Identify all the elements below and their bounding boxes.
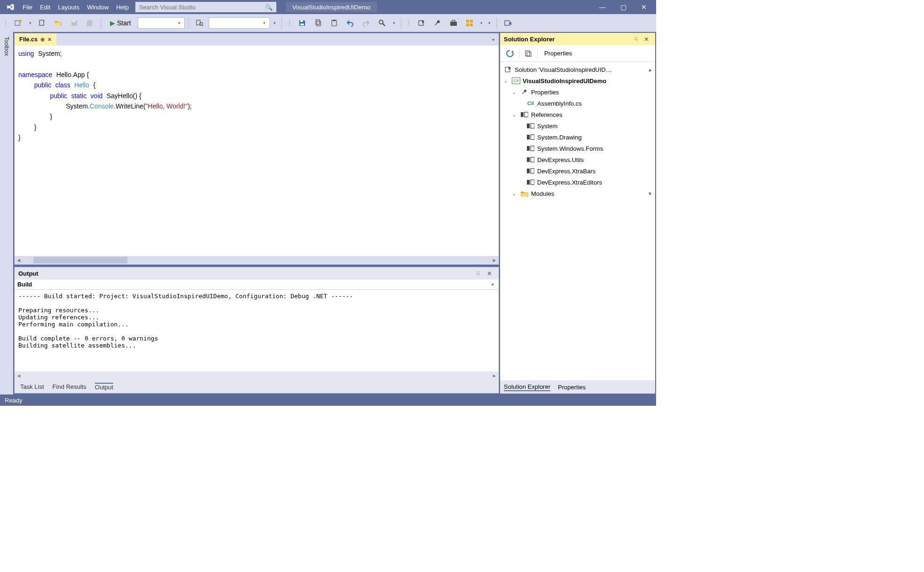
tree-reference-item[interactable]: DevExpress.Utils (500, 154, 655, 165)
output-text[interactable]: ------ Build started: Project: VisualStu… (15, 290, 499, 371)
svg-line-14 (383, 23, 385, 26)
start-button[interactable]: ▶Start (105, 16, 136, 30)
new-project-button[interactable] (11, 16, 25, 30)
code-editor: File.cs ⊕ ✕ ▾ using System; namespace He… (14, 33, 499, 265)
reference-icon (526, 168, 535, 174)
svg-rect-10 (317, 21, 321, 26)
svg-rect-40 (531, 169, 534, 173)
tree-reference-item[interactable]: System.Windows.Forms (500, 143, 655, 154)
minimize-button[interactable]: — (592, 0, 613, 14)
close-icon[interactable]: ✕ (484, 270, 495, 277)
svg-rect-3 (72, 20, 75, 22)
close-tab-icon[interactable]: ✕ (47, 37, 52, 43)
tree-reference-item[interactable]: System (500, 120, 655, 131)
reference-icon (526, 123, 535, 129)
save-button[interactable] (67, 16, 81, 30)
chevron-down-icon[interactable]: ⌄ (512, 191, 518, 196)
tree-modules[interactable]: ⌄ Modules ▼ (500, 188, 655, 199)
tree-reference-item[interactable]: DevExpress.XtraBars (500, 165, 655, 177)
tree-project[interactable]: ⌄ C# VisualStudioInspiredUIDemo (500, 75, 655, 86)
toolbox-button[interactable] (446, 16, 461, 30)
solution-tree[interactable]: Solution 'VisualStudioInspiredUID… ▲ ⌄ C… (500, 62, 655, 380)
side-tab-properties[interactable]: Properties (558, 384, 586, 391)
tree-reference-item[interactable]: System.Drawing (500, 131, 655, 143)
scroll-down-icon[interactable]: ▼ (648, 191, 655, 196)
export-button[interactable] (415, 16, 429, 30)
tab-output[interactable]: Output (95, 383, 113, 391)
refresh-button[interactable] (503, 46, 517, 61)
chevron-down-icon[interactable]: ⌄ (504, 78, 509, 84)
reference-icon (526, 179, 535, 185)
open-button[interactable] (51, 16, 65, 30)
copy-button[interactable] (311, 16, 325, 30)
menu-layouts[interactable]: Layouts (54, 4, 83, 11)
paste-button[interactable] (327, 16, 341, 30)
tree-reference-item[interactable]: DevExpress.XtraEditors (500, 177, 655, 188)
svg-rect-21 (470, 23, 473, 26)
config-dropdown[interactable]: ▾ (138, 17, 185, 29)
import-button[interactable] (501, 16, 515, 30)
pin-icon[interactable]: ⊕ (40, 37, 45, 43)
menu-window[interactable]: Window (83, 4, 112, 11)
scroll-right-icon[interactable]: ► (490, 371, 499, 380)
solution-explorer-title: Solution Explorer (504, 36, 555, 43)
platform-dropdown[interactable]: ▾ (209, 17, 270, 29)
output-h-scrollbar[interactable]: ◄ ► (15, 371, 499, 380)
tree-solution-root[interactable]: Solution 'VisualStudioInspiredUID… ▲ (500, 64, 655, 75)
layouts-button[interactable] (462, 16, 477, 30)
wrench-icon (520, 89, 529, 95)
maximize-button[interactable]: ▢ (613, 0, 634, 14)
search-icon: 🔍 (265, 4, 273, 11)
dropdown-caret-icon[interactable]: ▾ (490, 282, 496, 287)
csharp-file-icon: C# (526, 100, 535, 107)
tree-references[interactable]: ⌄ References (500, 109, 655, 120)
save-button-2[interactable] (295, 16, 309, 30)
properties-label[interactable]: Properties (540, 50, 577, 57)
close-button[interactable]: ✕ (634, 0, 654, 14)
vs-logo-icon (5, 3, 16, 11)
add-item-button[interactable] (35, 16, 49, 30)
dropdown-caret-icon[interactable]: ▾ (27, 21, 33, 25)
dropdown-caret-icon[interactable]: ▾ (486, 21, 493, 25)
tab-overflow-button[interactable]: ▾ (487, 33, 499, 46)
tree-assemblyinfo[interactable]: C# AssemblyInfo.cs (500, 98, 655, 109)
toolbox-tab[interactable]: Toolbox (2, 34, 11, 394)
pin-icon[interactable]: ☟ (472, 270, 484, 277)
save-all-button[interactable] (83, 16, 97, 30)
tab-task-list[interactable]: Task List (20, 383, 44, 390)
scroll-right-icon[interactable]: ► (490, 257, 499, 263)
find-in-files-button[interactable] (193, 16, 207, 30)
menu-file[interactable]: File (19, 4, 36, 11)
collapse-all-button[interactable] (521, 46, 535, 61)
scroll-left-icon[interactable]: ◄ (15, 257, 23, 263)
svg-rect-29 (521, 112, 524, 117)
search-input[interactable]: Search Visual Studio 🔍 (135, 2, 276, 12)
menu-help[interactable]: Help (112, 4, 133, 11)
chevron-down-icon[interactable]: ⌄ (512, 90, 518, 95)
tab-find-results[interactable]: Find Results (53, 383, 86, 390)
editor-tab-file[interactable]: File.cs ⊕ ✕ (15, 33, 56, 46)
dropdown-caret-icon[interactable]: ▾ (272, 21, 278, 25)
search-button[interactable] (375, 16, 389, 30)
code-area[interactable]: using System; namespace Hello.App { publ… (15, 46, 499, 256)
close-icon[interactable]: ✕ (641, 36, 651, 43)
dropdown-caret-icon[interactable]: ▾ (478, 21, 485, 25)
side-tab-solution-explorer[interactable]: Solution Explorer (504, 383, 550, 391)
chevron-down-icon[interactable]: ⌄ (512, 112, 518, 117)
output-title: Output (18, 270, 39, 277)
pin-icon[interactable]: ☟ (631, 36, 641, 43)
svg-rect-35 (527, 146, 530, 151)
wrench-button[interactable] (431, 16, 445, 30)
scroll-up-icon[interactable]: ▲ (648, 67, 655, 72)
scroll-left-icon[interactable]: ◄ (15, 371, 23, 380)
scroll-thumb[interactable] (33, 257, 127, 263)
svg-rect-37 (527, 157, 530, 162)
tree-properties[interactable]: ⌄ Properties (500, 86, 655, 98)
dropdown-caret-icon[interactable]: ▾ (391, 21, 397, 25)
undo-button[interactable] (343, 16, 357, 30)
redo-button[interactable] (359, 16, 373, 30)
svg-point-1 (19, 20, 22, 23)
menu-edit[interactable]: Edit (36, 4, 54, 11)
editor-h-scrollbar[interactable]: ◄ ► (15, 256, 499, 264)
svg-rect-17 (452, 20, 455, 22)
